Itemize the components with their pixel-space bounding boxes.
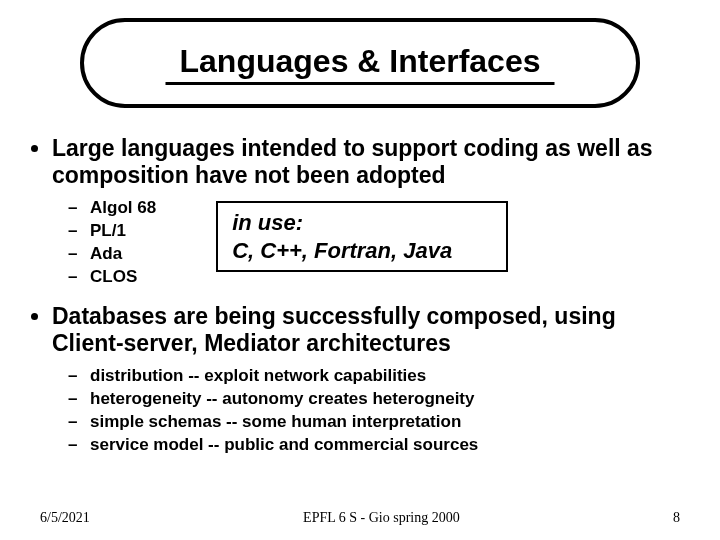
slide-body: Large languages intended to support codi… bbox=[30, 135, 690, 471]
footer-page: 8 bbox=[673, 510, 680, 526]
callout-line-1: in use: bbox=[232, 209, 492, 237]
slide-footer: 6/5/2021 EPFL 6 S - Gio spring 2000 8 bbox=[40, 510, 680, 526]
bullet-2-text: Databases are being successfully compose… bbox=[52, 303, 616, 356]
callout-line-2: C, C++, Fortran, Java bbox=[232, 237, 492, 265]
footer-date: 6/5/2021 bbox=[40, 510, 90, 526]
b2-sub-0: distribution -- exploit network capabili… bbox=[90, 365, 690, 388]
b1-sub-2: Ada bbox=[90, 243, 156, 266]
b2-sub-2: simple schemas -- some human interpretat… bbox=[90, 411, 690, 434]
footer-center: EPFL 6 S - Gio spring 2000 bbox=[303, 510, 460, 526]
b2-sub-3: service model -- public and commercial s… bbox=[90, 434, 690, 457]
b1-sub-3: CLOS bbox=[90, 266, 156, 289]
bullet-2-sublist: distribution -- exploit network capabili… bbox=[52, 365, 690, 457]
slide-title: Languages & Interfaces bbox=[166, 41, 555, 85]
b1-sub-0: Algol 68 bbox=[90, 197, 156, 220]
bullet-1-text: Large languages intended to support codi… bbox=[52, 135, 653, 188]
b1-sub-1: PL/1 bbox=[90, 220, 156, 243]
in-use-callout: in use: C, C++, Fortran, Java bbox=[216, 201, 508, 272]
b2-sub-1: heterogeneity -- autonomy creates hetero… bbox=[90, 388, 690, 411]
bullet-1-row: Algol 68 PL/1 Ada CLOS in use: C, C++, F… bbox=[52, 197, 690, 289]
title-container: Languages & Interfaces bbox=[80, 18, 640, 108]
bullet-1-sublist: Algol 68 PL/1 Ada CLOS bbox=[52, 197, 156, 289]
bullet-1: Large languages intended to support codi… bbox=[52, 135, 690, 289]
bullet-2: Databases are being successfully compose… bbox=[52, 303, 690, 457]
